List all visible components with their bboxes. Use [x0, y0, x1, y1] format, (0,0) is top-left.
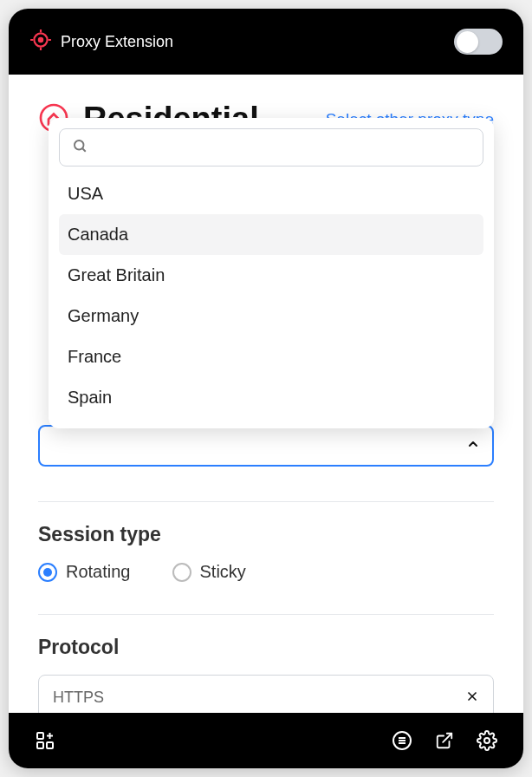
location-dropdown-panel: USA Canada Great Britain Germany France …	[49, 118, 494, 428]
session-type-title: Session type	[38, 523, 494, 546]
svg-rect-12	[37, 733, 43, 739]
chevron-up-icon	[466, 437, 480, 454]
power-toggle[interactable]	[454, 29, 503, 55]
protocol-select[interactable]: HTTPS	[38, 675, 494, 713]
gear-icon[interactable]	[477, 730, 497, 751]
list-icon[interactable]	[392, 730, 412, 751]
svg-line-9	[82, 148, 85, 151]
radio-label: Rotating	[66, 562, 131, 582]
location-dropdown-trigger[interactable]	[38, 425, 494, 467]
bottom-nav	[9, 713, 523, 768]
external-link-icon[interactable]	[435, 730, 454, 751]
radio-label: Sticky	[200, 562, 246, 582]
svg-line-21	[443, 734, 451, 742]
list-item[interactable]: Great Britain	[59, 255, 483, 296]
header-title: Proxy Extension	[61, 33, 173, 51]
app-header: Proxy Extension	[9, 9, 523, 75]
svg-rect-13	[37, 742, 43, 748]
list-item[interactable]: Germany	[59, 296, 483, 336]
list-item[interactable]: Spain	[59, 377, 483, 418]
session-type-section: Session type Rotating Sticky	[38, 501, 494, 582]
main-content: Residential Select other proxy type USA …	[9, 75, 523, 713]
location-search-box[interactable]	[59, 128, 483, 166]
svg-point-22	[484, 738, 490, 743]
svg-point-8	[75, 140, 84, 150]
location-search-input[interactable]	[94, 140, 470, 155]
protocol-value: HTTPS	[53, 689, 104, 707]
brand-icon	[29, 29, 52, 55]
svg-rect-14	[47, 742, 53, 748]
list-item[interactable]: USA	[59, 173, 483, 214]
header-left: Proxy Extension	[29, 29, 173, 55]
protocol-section: Protocol HTTPS	[38, 614, 494, 713]
session-type-radios: Rotating Sticky	[38, 562, 494, 582]
list-item[interactable]: France	[59, 336, 483, 377]
radio-indicator	[172, 563, 191, 582]
location-list: USA Canada Great Britain Germany France …	[59, 173, 483, 418]
widgets-icon[interactable]	[35, 730, 55, 751]
svg-point-1	[39, 38, 42, 42]
protocol-title: Protocol	[38, 636, 494, 659]
close-icon[interactable]	[465, 688, 479, 708]
radio-sticky[interactable]: Sticky	[172, 562, 246, 582]
list-item[interactable]: Canada	[59, 214, 483, 255]
radio-indicator	[38, 563, 57, 582]
radio-rotating[interactable]: Rotating	[38, 562, 131, 582]
search-icon	[72, 138, 88, 157]
